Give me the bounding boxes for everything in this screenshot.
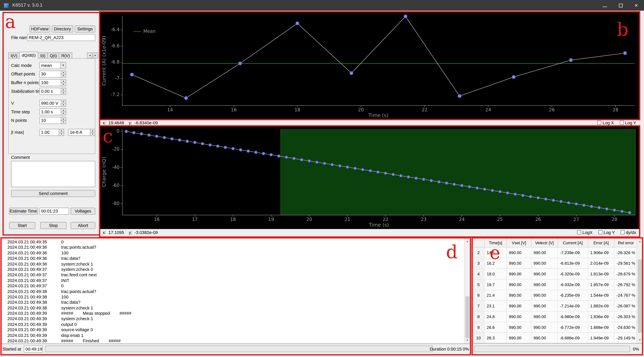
abort-button[interactable]: Abort xyxy=(71,222,95,229)
log-x-checkbox[interactable]: Log X xyxy=(597,120,614,125)
results-table[interactable]: Time[s] Vset [V] Velectr [V] Current [A]… xyxy=(473,238,638,343)
checkbox-icon xyxy=(577,230,581,234)
chart-b-statusbar: x: 19.4648 y: -6.8340e-09 Log X Log Y xyxy=(100,119,640,126)
log-line: 2024.03.21 00:49:38trac:points:actual? xyxy=(2,289,464,294)
table-header-row: Time[s] Vset [V] Velectr [V] Current [A]… xyxy=(473,238,638,247)
calc-mode-label: Calc mode xyxy=(11,62,32,69)
hdfview-button[interactable]: HDFview xyxy=(30,25,50,32)
spinner-arrows-icon[interactable]: ▲▼ xyxy=(59,129,64,136)
log-line: 2024.03.21 00:49:350 xyxy=(2,239,464,245)
offset-points-spinner[interactable]: 30 ▲▼ xyxy=(39,71,66,78)
directory-button[interactable]: Directory xyxy=(52,25,73,32)
minimize-icon xyxy=(603,6,607,7)
table-row[interactable]: 8 24.8 990.00 990.00 -6.980e-09 1.836e-0… xyxy=(473,311,638,322)
started-at-field[interactable]: 00:49:19 xyxy=(24,346,43,353)
n-points-spinner[interactable]: 10 ▲▼ xyxy=(39,117,66,124)
start-button[interactable]: Start xyxy=(9,222,36,229)
comment-label: Comment xyxy=(11,154,30,161)
minimize-button[interactable] xyxy=(597,0,613,11)
log-line: 2024.03.21 00:49:39##### Meas stopped ##… xyxy=(2,311,464,316)
spinner-arrows-icon[interactable]: ▲▼ xyxy=(61,88,66,95)
spinner-arrows-icon[interactable]: ▲▼ xyxy=(90,129,95,136)
imax-spinner[interactable]: 1.00 ▲▼ xyxy=(39,129,64,136)
voltages-button[interactable]: Voltages xyxy=(71,208,95,215)
tab-scroll-left-icon[interactable]: ◄ xyxy=(87,52,92,58)
cursor-coordinates-b: x: 19.4648 y: -6.8340e-09 xyxy=(103,120,158,125)
spinner-arrows-icon[interactable]: ▲▼ xyxy=(61,108,66,115)
scroll-up-icon[interactable]: ▲ xyxy=(464,238,470,245)
spinner-arrows-icon[interactable]: ▲▼ xyxy=(61,79,66,86)
app-icon xyxy=(4,3,9,8)
table-row[interactable]: 10 28.3 990.00 990.00 -6.686e-09 1.949e-… xyxy=(473,333,638,343)
table-row[interactable]: 2 14.5 990.00 990.00 -7.239e-09 1.906e-0… xyxy=(473,247,638,258)
maximize-icon xyxy=(619,3,622,7)
log-line: 2024.03.21 00:49:38system:zcheck 1 xyxy=(2,305,464,311)
table-row[interactable]: 7 23.1 990.00 990.00 -7.214e-09 1.882e-0… xyxy=(473,301,638,311)
spinner-arrows-icon[interactable]: ▲▼ xyxy=(61,71,66,78)
tab-item[interactable]: dQ/dt(t) xyxy=(20,52,38,59)
table-row[interactable]: 9 26.6 990.00 990.00 -6.772e-09 1.668e-0… xyxy=(473,322,638,333)
command-log[interactable]: 2024.03.21 00:49:350 2024.03.21 00:49:36… xyxy=(1,238,471,344)
maximize-button[interactable] xyxy=(613,0,628,11)
spinner-arrows-icon[interactable]: ▲▼ xyxy=(61,117,66,124)
window-titlebar: K6517 v. 3.0.1 × xyxy=(0,0,644,11)
file-name-input[interactable]: REM-2_QR_A223 xyxy=(27,34,95,41)
tab-item[interactable]: R(V) xyxy=(59,52,72,59)
tab-item[interactable]: Q(t) xyxy=(47,52,59,59)
log-line: 2024.03.21 00:49:39source:voltage 0 xyxy=(2,327,464,333)
current-vs-time-chart[interactable] xyxy=(100,12,640,119)
estimate-time-button[interactable]: Estimate Time xyxy=(9,208,38,215)
voltage-label: V xyxy=(11,100,14,107)
mode-tabbar: I(V)dQ/dt(t)I(t)Q(t)R(V) xyxy=(8,52,72,59)
percent-label: 0% xyxy=(633,346,639,352)
logy-checkbox[interactable]: Log Y xyxy=(598,230,615,235)
scroll-up-icon[interactable]: ▲ xyxy=(637,238,643,245)
time-step-spinner[interactable]: 1.00 s ▲▼ xyxy=(39,108,66,115)
charge-vs-time-chart[interactable] xyxy=(100,126,640,229)
imax-label: |I max| xyxy=(11,129,24,136)
table-row[interactable]: 4 18.0 990.00 990.00 -6.320e-09 1.813e-0… xyxy=(473,269,638,279)
estimate-time-field[interactable]: 00:01:23 xyxy=(39,208,69,215)
stop-button[interactable]: Stop xyxy=(40,222,66,229)
table-row[interactable]: 6 21.4 990.00 990.00 -6.235e-09 1.544e-0… xyxy=(473,290,638,301)
buffer-n-points-label: Buffer n points xyxy=(11,79,39,86)
table-scrollbar[interactable]: ▲ ▼ xyxy=(637,238,643,343)
tab-item[interactable]: I(t) xyxy=(38,52,48,59)
log-line: 2024.03.21 00:49:36trac:points:actual? xyxy=(2,245,464,250)
table-row[interactable]: 5 19.7 990.00 990.00 -6.932e-09 1.857e-0… xyxy=(473,279,638,290)
log-scrollbar[interactable]: ▲ ▼ xyxy=(464,238,470,344)
send-comment-button[interactable]: Send comment xyxy=(11,190,95,197)
run-statusbar: Started at 00:49:19 Duration 0:00:15 0% xyxy=(0,344,471,355)
measurement-progress-bar xyxy=(45,346,433,352)
calc-mode-select[interactable]: mean ▼ xyxy=(39,62,66,69)
cursor-coordinates-c: x: 17.1095 y: -3.0382e-09 xyxy=(103,230,158,235)
table-row[interactable]: 3 16.2 990.00 990.00 -6.813e-09 2.014e-0… xyxy=(473,258,638,269)
dydx-checkbox[interactable]: dy/dx xyxy=(620,230,636,235)
tab-item[interactable]: I(V) xyxy=(8,52,20,59)
tab-scroll-right-icon[interactable]: ► xyxy=(93,52,98,58)
close-button[interactable]: × xyxy=(628,0,644,11)
imax-range-spinner[interactable]: 1e-6 A ▲▼ xyxy=(68,129,95,136)
log-line: 2024.03.21 00:49:37system:zcheck 0 xyxy=(2,267,464,272)
voltage-spinner[interactable]: 990.00 V ▲▼ xyxy=(39,100,66,107)
checkbox-icon xyxy=(597,121,602,125)
log-line: 2024.03.21 00:49:36100 xyxy=(2,250,464,256)
stabilization-time-spinner[interactable]: 0.00 s ▲▼ xyxy=(39,88,66,95)
scroll-thumb[interactable] xyxy=(638,259,642,333)
logx-checkbox[interactable]: LogX xyxy=(577,230,592,235)
spinner-arrows-icon[interactable]: ▲▼ xyxy=(61,100,66,107)
scroll-down-icon[interactable]: ▼ xyxy=(464,337,470,344)
checkbox-icon xyxy=(620,230,624,234)
application-window: K6517 v. 3.0.1 × HDFview Directory Setti… xyxy=(0,0,644,357)
n-points-label: N points xyxy=(11,117,27,124)
offset-points-label: Offset points xyxy=(11,71,35,78)
buffer-n-points-spinner[interactable]: 100 ▲▼ xyxy=(39,79,66,86)
comment-input[interactable] xyxy=(11,161,95,187)
log-line: 2024.03.21 00:49:38100 xyxy=(2,294,464,300)
scroll-down-icon[interactable]: ▼ xyxy=(637,337,643,343)
settings-button[interactable]: Settings xyxy=(75,25,95,32)
log-line: 2024.03.21 00:49:37trac:feed:cont next xyxy=(2,272,464,278)
scroll-thumb[interactable] xyxy=(465,296,470,338)
log-y-checkbox[interactable]: Log Y xyxy=(620,120,636,125)
checkbox-icon xyxy=(598,230,602,234)
